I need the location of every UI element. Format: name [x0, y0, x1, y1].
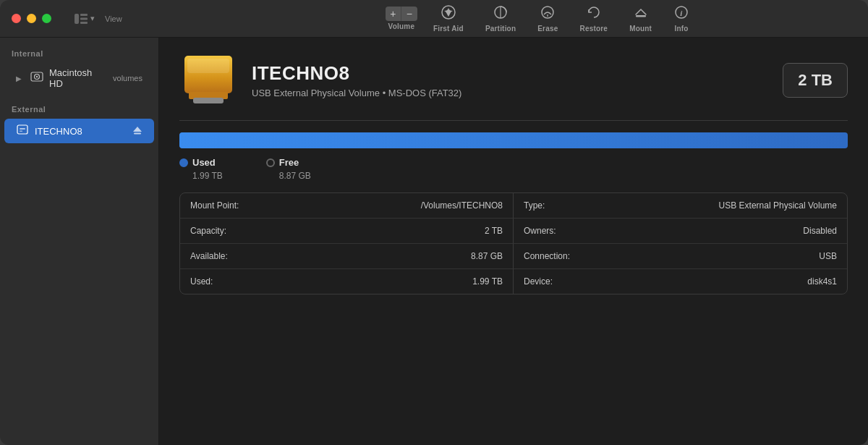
app-window: ▾ View + − Volume — [0, 0, 868, 445]
connection-value: USB — [819, 251, 837, 261]
close-button[interactable] — [12, 14, 21, 23]
header-divider — [179, 120, 848, 121]
restore-button[interactable]: Restore — [569, 1, 618, 35]
disk-info: ITECHNO8 USB External Physical Volume • … — [252, 62, 768, 98]
connection-key: Connection: — [524, 251, 570, 261]
titlebar-left: ▾ View — [12, 14, 272, 24]
internal-section-label: Internal — [0, 46, 158, 62]
svg-marker-18 — [133, 127, 142, 132]
free-legend: Free 8.87 GB — [266, 157, 311, 181]
titlebar: ▾ View + − Volume — [0, 0, 868, 38]
detail-connection: Connection: USB — [514, 244, 847, 269]
first-aid-button[interactable]: First Aid — [423, 1, 474, 35]
erase-label: Erase — [537, 25, 558, 33]
details-table: Mount Point: /Volumes/ITECHNO8 Type: USB… — [179, 192, 848, 294]
storage-bar — [179, 132, 848, 148]
sidebar-item-itechno8[interactable]: ITECHNO8 — [4, 119, 154, 143]
free-value: 8.87 GB — [266, 171, 311, 181]
detail-used: Used: 1.99 TB — [180, 269, 514, 294]
detail-type: Type: USB External Physical Volume — [514, 193, 847, 219]
remove-volume-button[interactable]: − — [401, 7, 417, 21]
view-label[interactable]: View — [101, 14, 122, 23]
svg-point-14 — [36, 76, 38, 77]
used-dot — [179, 158, 188, 167]
free-label: Free — [279, 157, 299, 168]
mount-button[interactable]: Mount — [619, 1, 662, 35]
svg-rect-23 — [187, 59, 229, 73]
main-content: ITECHNO8 USB External Physical Volume • … — [159, 38, 868, 445]
maximize-button[interactable] — [42, 14, 51, 23]
sidebar-toggle-button[interactable]: ▾ — [75, 14, 95, 24]
window-title: + − Volume First Aid — [272, 1, 813, 35]
first-aid-label: First Aid — [433, 25, 464, 33]
itechno8-name: ITECHNO8 — [35, 126, 127, 137]
svg-text:i: i — [680, 9, 683, 17]
partition-icon — [493, 4, 509, 22]
disk-icon-wrapper — [179, 55, 237, 106]
owners-value: Disabled — [803, 226, 837, 236]
partition-label: Partition — [485, 25, 516, 33]
svg-rect-2 — [80, 17, 88, 20]
macintosh-hd-name: Macintosh HD — [49, 67, 107, 89]
used-legend: Used 1.99 TB — [179, 157, 223, 181]
used-detail-key: Used: — [190, 276, 213, 287]
detail-available: Available: 8.87 GB — [180, 244, 514, 269]
chevron-down-icon: ▾ — [90, 14, 95, 23]
sidebar-item-macintosh-hd[interactable]: ▶ Macintosh HD volumes — [4, 63, 154, 93]
info-button[interactable]: i Info — [663, 1, 699, 35]
svg-rect-16 — [20, 128, 25, 130]
storage-bar-fill — [179, 132, 845, 148]
svg-rect-0 — [75, 14, 79, 24]
capacity-key: Capacity: — [190, 226, 226, 236]
detail-owners: Owners: Disabled — [514, 219, 847, 244]
svg-rect-1 — [80, 14, 88, 16]
device-key: Device: — [524, 276, 553, 287]
traffic-lights — [12, 14, 51, 23]
svg-rect-9 — [636, 15, 646, 17]
macintosh-hd-badge: volumes — [113, 74, 142, 82]
external-section-label: External — [0, 102, 158, 118]
storage-legend: Used 1.99 TB Free 8.87 GB — [179, 157, 848, 181]
detail-capacity: Capacity: 2 TB — [180, 219, 514, 244]
capacity-value: 2 TB — [485, 226, 503, 236]
disk-name: ITECHNO8 — [252, 62, 768, 85]
detail-mount-point: Mount Point: /Volumes/ITECHNO8 — [180, 193, 514, 219]
disk-subtitle: USB External Physical Volume • MS-DOS (F… — [252, 88, 768, 98]
add-volume-button[interactable]: + — [386, 7, 401, 21]
info-icon: i — [673, 4, 689, 22]
used-label: Used — [192, 157, 216, 168]
available-value: 8.87 GB — [471, 251, 503, 261]
used-value: 1.99 TB — [179, 171, 223, 181]
svg-rect-17 — [20, 131, 22, 132]
erase-icon — [540, 4, 556, 22]
used-detail-value: 1.99 TB — [472, 276, 503, 287]
volume-label: Volume — [388, 22, 415, 30]
device-value: disk4s1 — [807, 276, 837, 287]
sidebar: Internal ▶ Macintosh HD volumes External — [0, 38, 159, 445]
macintosh-hd-icon — [30, 70, 43, 86]
main-layout: Internal ▶ Macintosh HD volumes External — [0, 38, 868, 445]
eject-icon[interactable] — [132, 125, 142, 137]
partition-button[interactable]: Partition — [475, 1, 526, 35]
free-dot — [266, 158, 275, 167]
chevron-right-icon: ▶ — [16, 75, 22, 82]
disk-size-badge: 2 TB — [783, 63, 848, 98]
restore-icon — [586, 4, 602, 22]
info-label: Info — [675, 25, 689, 33]
owners-key: Owners: — [524, 226, 556, 236]
disk-header: ITECHNO8 USB External Physical Volume • … — [179, 55, 848, 106]
available-key: Available: — [190, 251, 228, 261]
detail-device: Device: disk4s1 — [514, 269, 847, 294]
svg-rect-22 — [193, 98, 224, 103]
mount-point-key: Mount Point: — [190, 200, 239, 211]
svg-rect-19 — [134, 132, 141, 134]
mount-icon — [633, 4, 649, 22]
svg-rect-3 — [80, 22, 88, 24]
itechno8-disk-icon — [16, 123, 29, 139]
mount-point-value: /Volumes/ITECHNO8 — [421, 200, 503, 211]
type-value: USB External Physical Volume — [719, 200, 837, 211]
minimize-button[interactable] — [27, 14, 36, 23]
erase-button[interactable]: Erase — [527, 1, 568, 35]
restore-label: Restore — [579, 25, 608, 33]
mount-label: Mount — [629, 25, 652, 33]
